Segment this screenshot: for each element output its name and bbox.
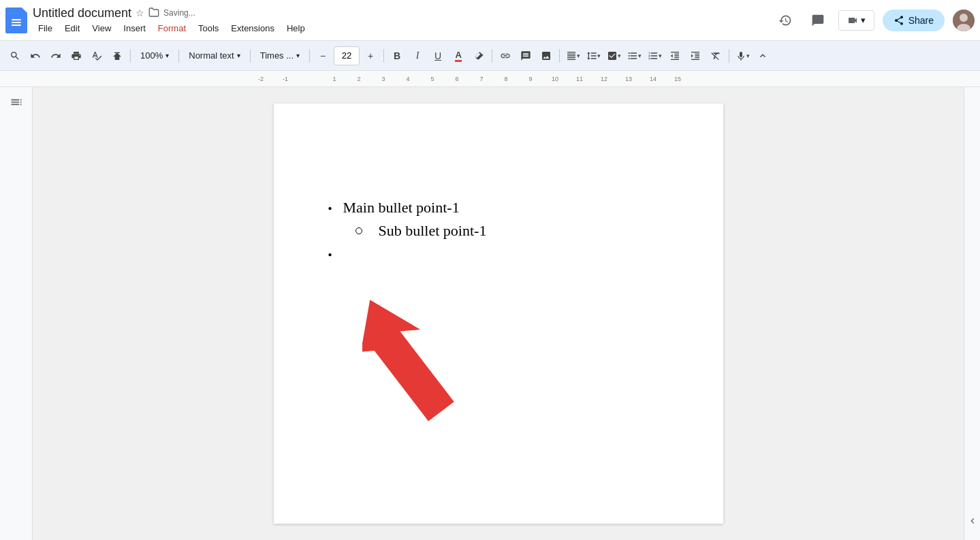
font-size-decrease[interactable]: − [313, 46, 332, 65]
spellcheck-button[interactable] [87, 46, 106, 65]
ruler-num: 2 [347, 76, 371, 82]
folder-icon[interactable] [148, 7, 159, 20]
divider-4 [309, 49, 310, 63]
divider-6 [492, 49, 492, 63]
svg-point-1 [960, 14, 968, 22]
title-row: Untitled document ☆ Saving... [33, 6, 773, 20]
menu-tools[interactable]: Tools [193, 22, 224, 35]
saving-status: Saving... [163, 8, 195, 18]
header-right: ▾ Share [773, 8, 975, 33]
text-color-button[interactable]: A [449, 46, 468, 65]
checklist-button[interactable]: ▾ [604, 46, 623, 65]
meet-label: ▾ [861, 15, 866, 25]
main-area: ● Main bullet point-1 Sub bullet point-1… [0, 87, 980, 540]
font-select[interactable]: Times ... ▾ [254, 46, 306, 65]
style-chevron: ▾ [237, 52, 240, 59]
ruler-num: 13 [616, 76, 641, 82]
bullet-dot-empty: ● [328, 251, 332, 258]
font-size-increase[interactable]: + [361, 46, 380, 65]
print-button[interactable] [67, 46, 86, 65]
bullet-item-sub: Sub bullet point-1 [355, 222, 669, 240]
font-size-box: 22 [334, 46, 360, 65]
ruler-num: 5 [420, 76, 445, 82]
ruler-num: 11 [567, 76, 592, 82]
ruler-num: -1 [273, 76, 298, 82]
meet-button[interactable]: ▾ [838, 10, 874, 31]
ruler: -2 -1 1 2 3 4 5 6 7 8 9 10 11 12 13 14 1… [0, 71, 980, 87]
history-button[interactable] [773, 8, 797, 33]
avatar[interactable] [953, 10, 975, 31]
ruler-numbers: -2 -1 1 2 3 4 5 6 7 8 9 10 11 12 13 14 1… [249, 71, 690, 86]
ruler-num: 12 [592, 76, 616, 82]
italic-button[interactable]: I [408, 46, 427, 65]
zoom-value: 100% [140, 50, 163, 61]
bold-button[interactable]: B [388, 46, 407, 65]
divider-5 [383, 49, 384, 63]
ruler-num: 9 [518, 76, 543, 82]
collapse-panel-button[interactable] [967, 515, 978, 526]
paint-format-button[interactable] [108, 46, 127, 65]
ruler-num: -2 [249, 76, 273, 82]
divider-7 [559, 49, 560, 63]
font-label: Times ... [260, 50, 294, 61]
canvas-area[interactable]: ● Main bullet point-1 Sub bullet point-1… [33, 87, 964, 540]
ruler-num: 3 [371, 76, 396, 82]
red-arrow-annotation [362, 281, 512, 451]
menu-file[interactable]: File [33, 22, 58, 35]
title-section: Untitled document ☆ Saving... File Edit … [33, 6, 773, 35]
doc-title[interactable]: Untitled document [33, 6, 131, 20]
bullet-item-empty: ● [328, 245, 669, 258]
divider-8 [729, 49, 729, 63]
divider-3 [250, 49, 251, 63]
search-button[interactable] [5, 46, 25, 65]
bullet-text-main: Main bullet point-1 [343, 199, 460, 217]
menu-format[interactable]: Format [153, 22, 191, 35]
menu-edit[interactable]: Edit [59, 22, 85, 35]
zoom-select[interactable]: 100% ▾ [134, 46, 175, 65]
font-chevron: ▾ [296, 52, 300, 59]
menu-bar: File Edit View Insert Format Tools Exten… [33, 22, 773, 35]
ruler-num: 10 [543, 76, 567, 82]
highlight-button[interactable] [469, 46, 488, 65]
toolbar: 100% ▾ Normal text ▾ Times ... ▾ − 22 + … [0, 41, 980, 71]
clear-format-button[interactable] [706, 46, 725, 65]
style-select[interactable]: Normal text ▾ [183, 46, 246, 65]
bullet-text-sub: Sub bullet point-1 [379, 222, 487, 240]
ruler-num: 4 [396, 76, 420, 82]
menu-help[interactable]: Help [281, 22, 311, 35]
undo-button[interactable] [26, 46, 45, 65]
outline-icon[interactable] [10, 95, 23, 112]
list-button[interactable]: ▾ [625, 46, 644, 65]
align-button[interactable]: ▾ [563, 46, 582, 65]
title-bar: Untitled document ☆ Saving... File Edit … [0, 0, 980, 41]
underline-button[interactable]: U [428, 46, 447, 65]
font-size-value[interactable]: 22 [338, 50, 355, 61]
menu-view[interactable]: View [86, 22, 116, 35]
numbered-list-button[interactable]: ▾ [645, 46, 664, 65]
ruler-num: 15 [665, 76, 690, 82]
decrease-indent-button[interactable] [665, 46, 684, 65]
ruler-num: 14 [641, 76, 665, 82]
line-spacing-button[interactable]: ▾ [584, 46, 603, 65]
menu-insert[interactable]: Insert [118, 22, 151, 35]
expand-button[interactable] [753, 46, 772, 65]
link-button[interactable] [496, 46, 515, 65]
svg-marker-3 [362, 293, 456, 427]
style-label: Normal text [189, 50, 234, 61]
ruler-num: 7 [469, 76, 494, 82]
star-icon[interactable]: ☆ [136, 7, 144, 18]
share-button[interactable]: Share [883, 10, 945, 31]
comments-button[interactable] [806, 8, 830, 33]
menu-extensions[interactable]: Extensions [225, 22, 280, 35]
image-button[interactable] [537, 46, 556, 65]
increase-indent-button[interactable] [686, 46, 705, 65]
document-page[interactable]: ● Main bullet point-1 Sub bullet point-1… [274, 104, 723, 524]
divider-2 [178, 49, 179, 63]
voice-input-button[interactable]: ▾ [733, 46, 752, 65]
redo-button[interactable] [46, 46, 65, 65]
zoom-chevron: ▾ [165, 52, 169, 59]
ruler-num: 8 [494, 76, 518, 82]
right-panel [964, 87, 980, 540]
comment-button[interactable] [516, 46, 535, 65]
bullet-dot-sub [355, 227, 362, 234]
